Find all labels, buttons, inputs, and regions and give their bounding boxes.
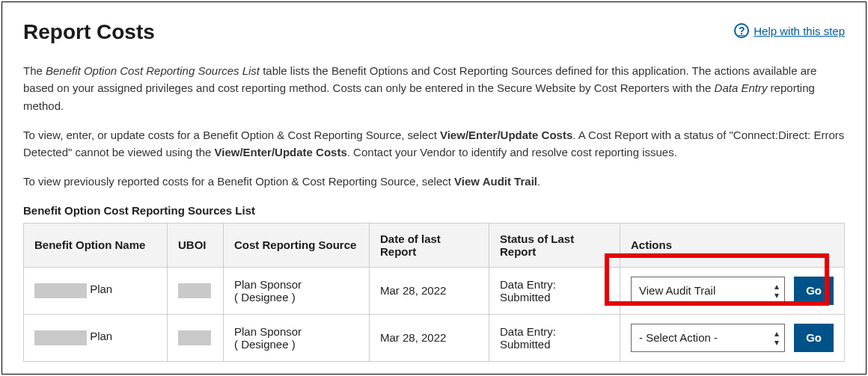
table-title: Benefit Option Cost Reporting Sources Li…: [23, 204, 845, 217]
action-select[interactable]: - Select Action -: [631, 324, 785, 352]
col-header-source: Cost Reporting Source: [224, 223, 370, 267]
cell-uboi: [168, 314, 224, 361]
action-select-wrap: View Audit Trail ▴▾: [631, 277, 785, 305]
page-container: Report Costs ? Help with this step The B…: [1, 1, 867, 375]
cell-actions: - Select Action - ▴▾ Go: [620, 314, 845, 361]
text-bold: View/Enter/Update Costs: [215, 146, 347, 158]
text: The: [23, 64, 46, 77]
cell-actions: View Audit Trail ▴▾ Go: [620, 267, 845, 314]
table-row: Plan Plan Sponsor ( Designee ) Mar 28, 2…: [24, 267, 845, 314]
col-header-actions: Actions: [620, 223, 845, 267]
text: .: [537, 175, 540, 188]
help-link[interactable]: ? Help with this step: [734, 23, 845, 38]
source-line-2: ( Designee ): [234, 338, 358, 351]
go-button[interactable]: Go: [794, 277, 834, 305]
plan-name-suffix: Plan: [87, 330, 112, 342]
cell-source: Plan Sponsor ( Designee ): [224, 267, 370, 314]
cell-uboi: [168, 267, 224, 314]
source-line-1: Plan Sponsor: [234, 278, 358, 291]
text-bold: View Audit Trail: [454, 175, 537, 188]
sources-table: Benefit Option Name UBOI Cost Reporting …: [23, 223, 845, 362]
cell-status: Data Entry: Submitted: [489, 267, 620, 314]
table-row: Plan Plan Sponsor ( Designee ) Mar 28, 2…: [24, 314, 845, 361]
text: To view, enter, or update costs for a Be…: [23, 129, 440, 141]
cell-name: Plan: [24, 267, 168, 314]
help-link-label: Help with this step: [754, 25, 845, 37]
redacted-block: [178, 330, 211, 345]
redacted-block: [34, 283, 87, 298]
source-line-2: ( Designee ): [234, 291, 358, 303]
col-header-status: Status of Last Report: [489, 223, 620, 267]
cell-name: Plan: [24, 314, 168, 361]
intro-paragraph-2: To view, enter, or update costs for a Be…: [23, 126, 845, 161]
intro-paragraph-3: To view previously reported costs for a …: [23, 173, 845, 190]
redacted-block: [34, 330, 87, 345]
action-select[interactable]: View Audit Trail: [631, 277, 785, 305]
header-row: Report Costs ? Help with this step: [23, 20, 845, 62]
text-bold: View/Enter/Update Costs: [440, 129, 572, 141]
col-header-date: Date of last Report: [370, 223, 489, 267]
text-italic: Data Entry: [715, 81, 768, 94]
plan-name-suffix: Plan: [87, 283, 112, 295]
source-line-1: Plan Sponsor: [234, 325, 358, 338]
action-select-wrap: - Select Action - ▴▾: [631, 324, 785, 352]
redacted-block: [178, 283, 211, 298]
intro-paragraph-1: The Benefit Option Cost Reporting Source…: [23, 62, 845, 114]
text: . Contact your Vendor to identify and re…: [347, 146, 677, 158]
cell-status: Data Entry: Submitted: [489, 314, 620, 361]
table-header-row: Benefit Option Name UBOI Cost Reporting …: [24, 223, 845, 267]
cell-date: Mar 28, 2022: [370, 267, 489, 314]
text-italic: Benefit Option Cost Reporting Sources Li…: [46, 64, 260, 77]
page-title: Report Costs: [23, 20, 155, 44]
cell-date: Mar 28, 2022: [370, 314, 489, 361]
text: To view previously reported costs for a …: [23, 175, 454, 188]
col-header-uboi: UBOI: [168, 223, 224, 267]
cell-source: Plan Sponsor ( Designee ): [224, 314, 370, 361]
go-button[interactable]: Go: [794, 324, 834, 352]
help-icon: ?: [734, 23, 749, 38]
col-header-name: Benefit Option Name: [24, 223, 168, 267]
